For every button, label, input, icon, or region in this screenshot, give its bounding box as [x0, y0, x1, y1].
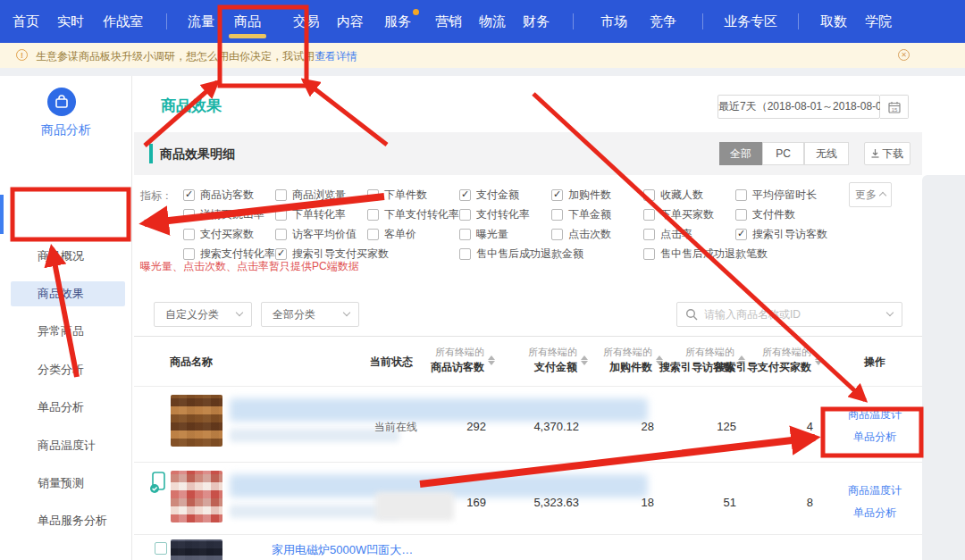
notice-detail-link[interactable]: 查看详情	[315, 49, 357, 64]
action-商品温度计[interactable]: 商品温度计	[826, 483, 924, 498]
section-title: 商品效果明细	[160, 146, 235, 163]
device-tab-无线[interactable]: 无线	[804, 142, 849, 165]
date-range-selector[interactable]: 最近7天（2018-08-01～2018-08-07）	[717, 95, 880, 119]
metric-checkbox-支付金额[interactable]: 支付金额	[459, 188, 519, 202]
action-商品温度计[interactable]: 商品温度计	[826, 407, 924, 422]
censored-product-image	[171, 471, 222, 522]
metric-checkbox-售中售后成功退款笔数[interactable]: 售中售后成功退款笔数	[643, 247, 768, 261]
metric-checkbox-label: 支付买家数	[200, 227, 254, 242]
sidebar-item-销量预测[interactable]: 销量预测	[11, 471, 125, 496]
nav-item-作战室[interactable]: 作战室	[103, 0, 143, 43]
metric-checkbox-下单买家数[interactable]: 下单买家数	[643, 207, 714, 221]
row-divider	[134, 534, 922, 535]
metric-checkbox-点击率[interactable]: 点击率	[643, 227, 692, 241]
sort-icon[interactable]	[815, 355, 822, 365]
nav-item-label: 取数	[820, 13, 847, 29]
metric-checkbox-平均停留时长[interactable]: 平均停留时长	[735, 188, 817, 202]
nav-item-label: 业务专区	[724, 13, 777, 29]
checkbox-icon	[183, 248, 195, 260]
svg-text:15: 15	[891, 106, 897, 112]
active-tab-underline	[229, 34, 266, 38]
checkbox-icon	[275, 229, 287, 240]
metric-checkbox-售中售后成功退款金额[interactable]: 售中售后成功退款金额	[459, 247, 583, 261]
nav-item-营销[interactable]: 营销	[435, 0, 462, 43]
search-input[interactable]	[704, 304, 878, 325]
nav-item-流量[interactable]: 流量	[188, 0, 214, 43]
action-单品分析[interactable]: 单品分析	[826, 506, 924, 521]
checkbox-icon	[183, 229, 195, 240]
metric-checkbox-商品浏览量[interactable]: 商品浏览量	[275, 188, 346, 202]
metric-checkbox-label: 搜索引导访客数	[752, 227, 827, 242]
col-header-搜索引导支付买家数[interactable]: 所有终端的搜索引导支付买家数	[688, 345, 822, 375]
checkbox-icon	[459, 229, 471, 240]
nav-divider	[798, 13, 799, 29]
checkbox-icon	[275, 209, 287, 221]
metric-checkbox-label: 客单价	[384, 227, 416, 242]
sidebar-item-分类分析[interactable]: 分类分析	[11, 357, 125, 382]
active-item-indicator	[0, 195, 4, 234]
device-tab-PC[interactable]: PC	[762, 142, 804, 165]
metric-checkbox-搜索引导访客数[interactable]: 搜索引导访客数	[735, 227, 827, 241]
metric-checkbox-支付转化率[interactable]: 支付转化率	[459, 207, 530, 221]
metric-checkbox-支付件数[interactable]: 支付件数	[735, 207, 795, 221]
col-header-product-name: 商品名称	[170, 337, 213, 388]
row-divider	[134, 462, 922, 463]
more-metrics-button[interactable]: 更多	[849, 182, 892, 207]
metric-checkbox-支付买家数[interactable]: 支付买家数	[183, 227, 254, 241]
calendar-icon[interactable]: 15	[880, 95, 909, 119]
nav-item-学院[interactable]: 学院	[865, 0, 892, 43]
sidebar-item-商品温度计[interactable]: 商品温度计	[11, 433, 125, 458]
notice-bar: ! 生意参谋商品板块升级小调研，想怎么用由你决定，我试用！ 查看详情 ✕	[0, 43, 965, 68]
nav-item-财务[interactable]: 财务	[523, 0, 550, 43]
nav-item-服务[interactable]: 服务	[384, 0, 411, 43]
checkbox-icon	[275, 189, 287, 201]
metric-checkbox-下单支付转化率[interactable]: 下单支付转化率	[367, 207, 459, 221]
metric-checkbox-label: 支付金额	[476, 188, 519, 203]
nav-item-label: 首页	[13, 13, 39, 29]
all-category-dropdown[interactable]: 全部分类	[261, 302, 359, 327]
metric-checkbox-访客平均价值[interactable]: 访客平均价值	[275, 227, 357, 241]
action-单品分析[interactable]: 单品分析	[826, 430, 924, 445]
metric-checkbox-详情页跳出率[interactable]: 详情页跳出率	[183, 207, 264, 221]
sidebar-item-单品服务分析[interactable]: 单品服务分析	[11, 508, 125, 533]
nav-item-首页[interactable]: 首页	[13, 0, 39, 43]
nav-item-物流[interactable]: 物流	[479, 0, 506, 43]
censored-product-name	[230, 398, 648, 422]
row-checkbox[interactable]	[155, 542, 167, 555]
nav-item-内容[interactable]: 内容	[337, 0, 364, 43]
nav-item-业务专区[interactable]: 业务专区	[724, 0, 777, 43]
metric-checkbox-加购件数[interactable]: 加购件数	[551, 188, 611, 202]
product-name-link[interactable]: 家用电磁炉5000W凹面大…	[272, 542, 413, 558]
metric-checkbox-客单价[interactable]: 客单价	[367, 227, 416, 241]
nav-item-市场[interactable]: 市场	[600, 0, 627, 43]
sidebar-item-单品分析[interactable]: 单品分析	[11, 395, 125, 420]
nav-item-商品[interactable]: 商品	[234, 0, 261, 43]
sidebar-item-异常商品[interactable]: 异常商品	[11, 319, 125, 344]
nav-item-label: 流量	[188, 13, 214, 29]
metric-checkbox-曝光量[interactable]: 曝光量	[459, 227, 508, 241]
metric-checkbox-点击次数[interactable]: 点击次数	[551, 227, 611, 241]
nav-item-label: 作战室	[103, 13, 143, 29]
metric-checkbox-下单件数[interactable]: 下单件数	[367, 188, 427, 202]
metric-checkbox-label: 下单件数	[384, 188, 427, 203]
metric-checkbox-收藏人数[interactable]: 收藏人数	[643, 188, 703, 202]
sidebar-item-商品概况[interactable]: 商品概况	[11, 244, 125, 269]
metric-checkbox-下单转化率[interactable]: 下单转化率	[275, 207, 346, 221]
sort-desc-icon	[815, 361, 822, 365]
censored-product-image	[171, 539, 222, 560]
nav-item-交易[interactable]: 交易	[293, 0, 320, 43]
sidebar-item-商品效果[interactable]: 商品效果	[11, 281, 125, 306]
device-tab-全部[interactable]: 全部	[719, 142, 762, 165]
nav-item-实时[interactable]: 实时	[57, 0, 84, 43]
nav-item-取数[interactable]: 取数	[820, 0, 847, 43]
nav-item-竞争[interactable]: 竞争	[650, 0, 676, 43]
metric-checkbox-商品访客数[interactable]: 商品访客数	[183, 188, 254, 202]
bag-icon	[54, 94, 70, 110]
metric-checkbox-下单金额[interactable]: 下单金额	[551, 207, 611, 221]
metric-checkbox-label: 收藏人数	[660, 188, 703, 203]
close-icon[interactable]: ✕	[898, 49, 910, 61]
chevron-up-icon	[879, 192, 886, 199]
download-button[interactable]: 下载	[864, 142, 910, 165]
custom-category-dropdown[interactable]: 自定义分类	[154, 302, 252, 327]
checkbox-icon	[459, 189, 471, 201]
